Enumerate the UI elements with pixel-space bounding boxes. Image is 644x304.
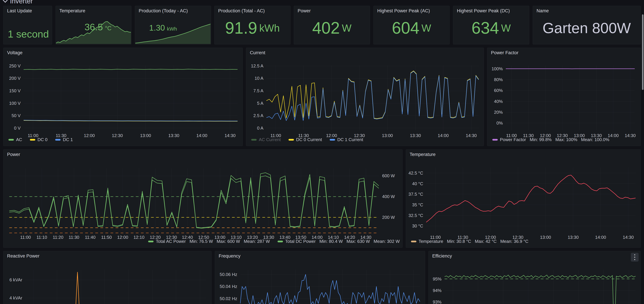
y-tick-label: 200 V [3, 76, 20, 81]
current-chart-area[interactable]: 12.5 A10 A7.5 A5 A2.5 A0 A11:0011:3012:0… [246, 48, 484, 146]
y-tick-label: 50.04 Hz [215, 284, 237, 289]
panel-title[interactable]: Current [250, 50, 265, 55]
stat-value: 1.30kWh [149, 23, 177, 33]
panel-production-total: Production (Total - AC) 91.9kWh [214, 6, 290, 44]
legend: AC CurrentDC 0 CurrentDC 1 Current [251, 137, 481, 142]
series-swatch [288, 139, 294, 140]
y-tick-label: 95% [428, 276, 442, 281]
series-swatch [30, 139, 35, 140]
series-swatch [251, 139, 256, 140]
panel-title[interactable]: Power [7, 152, 20, 157]
legend-item[interactable]: DC 1 [55, 137, 73, 142]
y-tick-label: 50.02 Hz [215, 296, 237, 301]
legend-item[interactable]: DC 0 Current [288, 137, 322, 142]
series-label: Total AC Power [156, 239, 186, 244]
panel-reactive-power: Reactive Power 6 kVAr4 kVAr [3, 251, 212, 304]
panel-title[interactable]: Power Factor [491, 50, 518, 55]
panel-peak-dc: Highest Power Peak (DC) 634W [453, 6, 529, 44]
y-tick-label: 60% [487, 88, 503, 93]
panel-production-today: Production (Today - AC) 1.30kWh [135, 6, 211, 44]
panel-power-stat: Power 402W [294, 6, 370, 44]
scrollbar-thumb[interactable] [642, 14, 644, 90]
series-stat: Mean: 287 W [244, 239, 270, 244]
series-stat: Max: 600 W [217, 239, 240, 244]
series-label: Temperature [418, 239, 443, 244]
panel-efficiency: Efficiency 95%94%93% [428, 251, 641, 304]
series-stat: Max: 630 W [346, 239, 370, 244]
legend-item[interactable]: DC 1 Current [330, 137, 363, 142]
efficiency-chart-area[interactable]: 95%94%93% [428, 251, 641, 304]
series-stat: Mean: 36.9 °C [500, 239, 528, 244]
panel-title[interactable]: Last Update [7, 8, 32, 14]
legend: TemperatureMin: 30.8 °CMax: 42 °CMean: 3… [411, 239, 638, 244]
series-stat: Max: 42 °C [475, 239, 496, 244]
legend-item[interactable]: Total AC PowerMin: 76.5 WMax: 600 WMean:… [148, 239, 270, 244]
frequency-chart-area[interactable]: 50.06 Hz50.04 Hz50.02 Hz [215, 251, 425, 304]
panel-menu-icon[interactable] [631, 253, 638, 262]
y-tick-label: 2.5 A [246, 113, 263, 118]
panel-title[interactable]: Highest Power Peak (AC) [377, 8, 430, 14]
y-tick-label: 35 °C [406, 202, 423, 207]
y-tick-label: 12.5 A [246, 63, 263, 68]
panel-power-factor: Power Factor 100%80%60%40%20%0%11:0011:3… [487, 48, 641, 146]
legend-item[interactable]: Total DC PowerMin: 80.4 WMax: 630 WMean:… [278, 239, 400, 244]
row-header-inverter[interactable]: Inverter [4, 0, 33, 5]
legend: Total AC PowerMin: 76.5 WMax: 600 WMean:… [8, 239, 400, 244]
stat-value: 36.5°C [84, 22, 112, 33]
y-tick-label: 20% [487, 110, 503, 115]
series-label: Power Factor [500, 137, 526, 142]
panel-title[interactable]: Efficiency [432, 253, 452, 259]
panel-title[interactable]: Highest Power Peak (DC) [457, 8, 510, 14]
panel-title[interactable]: Name [536, 8, 549, 14]
series-swatch [411, 241, 416, 242]
y-tick-label: 5 A [246, 101, 263, 106]
y-tick-label: 42.5 °C [406, 171, 423, 176]
y-tick-label: 100% [487, 66, 503, 71]
power-chart-area[interactable]: 600 W400 W200 W11:0011:1011:2011:3011:40… [3, 149, 402, 248]
y-tick-label: 93% [428, 299, 442, 304]
y-tick-label: 7.5 A [246, 88, 263, 93]
panel-title[interactable]: Voltage [7, 50, 22, 55]
y-tick-label: 6 kVAr [3, 277, 22, 282]
row-header-label: Inverter [10, 0, 33, 5]
legend-item[interactable]: DC 0 [30, 137, 48, 142]
panel-title[interactable]: Frequency [219, 253, 240, 259]
panel-current: Current 12.5 A10 A7.5 A5 A2.5 A0 A11:001… [246, 48, 484, 146]
voltage-chart-area[interactable]: 250 V200 V150 V100 V50 V0 V11:0011:3012:… [3, 48, 242, 146]
legend-item[interactable]: TemperatureMin: 30.8 °CMax: 42 °CMean: 3… [411, 239, 528, 244]
panel-title[interactable]: Temperature [60, 8, 85, 14]
y-tick-label: 400 W [382, 194, 395, 199]
panel-peak-ac: Highest Power Peak (AC) 604W [373, 6, 450, 44]
series-swatch [492, 139, 498, 140]
y-tick-label: 150 V [3, 88, 20, 93]
series-label: AC [16, 137, 22, 142]
panel-title[interactable]: Reactive Power [7, 253, 40, 259]
series-stat: Mean: 302 W [374, 239, 400, 244]
legend-item[interactable]: AC Current [251, 137, 281, 142]
y-tick-label: 50 V [3, 113, 20, 118]
series-stat: Min: 80.4 W [320, 239, 343, 244]
chevron-down-icon [3, 0, 8, 3]
panel-power-graph: Power 600 W400 W200 W11:0011:1011:2011:3… [3, 149, 402, 248]
legend-item[interactable]: Power FactorMin: 99.8%Max: 100%Mean: 100… [492, 137, 609, 142]
series-swatch [330, 139, 335, 140]
y-tick-label: 100 V [3, 101, 20, 106]
panel-title[interactable]: Power [298, 8, 311, 14]
legend-item[interactable]: AC [8, 137, 22, 142]
reactive-power-chart-area[interactable]: 6 kVAr4 kVAr [3, 251, 212, 304]
series-label: DC 0 Current [296, 137, 322, 142]
y-tick-label: 250 V [3, 63, 20, 68]
y-tick-label: 10 A [246, 76, 263, 81]
series-stat: Min: 99.8% [530, 137, 552, 142]
legend: ACDC 0DC 1 [8, 137, 240, 142]
power-factor-chart-area[interactable]: 100%80%60%40%20%0%11:0011:3012:0012:3013… [487, 48, 641, 146]
y-tick-label: 0 V [3, 125, 20, 131]
panel-title[interactable]: Temperature [410, 152, 436, 157]
series-label: Total DC Power [285, 239, 316, 244]
temperature-chart-area[interactable]: 42.5 °C40 °C37.5 °C35 °C32.5 °C30 °C11:0… [406, 149, 641, 248]
panel-title[interactable]: Production (Today - AC) [139, 8, 188, 14]
y-tick-label: 30 °C [406, 223, 423, 228]
series-stat: Max: 100% [556, 137, 577, 142]
panel-title[interactable]: Production (Total - AC) [218, 8, 265, 14]
stat-value: Garten 800W [533, 6, 641, 44]
